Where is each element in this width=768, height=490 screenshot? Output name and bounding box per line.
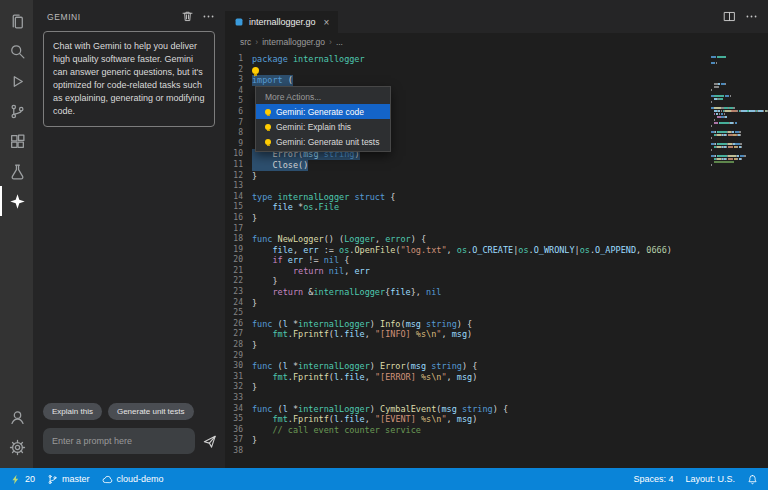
activity-item-source-control[interactable] (0, 96, 33, 126)
activity-item-account[interactable] (0, 402, 33, 432)
tab-internallogger[interactable]: internallogger.go × (225, 11, 338, 33)
code-line[interactable]: 3import ( (225, 75, 768, 86)
activity-item-explorer[interactable] (0, 6, 33, 36)
send-plane-icon[interactable] (202, 434, 217, 449)
sidebar-spacer (33, 129, 225, 403)
code-editor[interactable]: 1package internallogger23import (4567891… (225, 51, 768, 468)
code-line[interactable]: 14type internalLogger struct { (225, 192, 768, 203)
code-line[interactable]: 20 if err != nil { (225, 255, 768, 266)
quick-action-1[interactable]: Generate unit tests (108, 403, 194, 420)
activity-item-search[interactable] (0, 36, 33, 66)
trash-icon[interactable] (181, 10, 194, 23)
cloud-code-status[interactable]: 20 (4, 468, 41, 490)
line-number: 16 (225, 213, 252, 224)
line-text: } (252, 340, 257, 351)
cloud-workstation-status[interactable]: cloud-demo (96, 468, 170, 490)
line-text: } (252, 276, 278, 287)
activity-item-run[interactable] (0, 66, 33, 96)
line-number: 28 (225, 340, 252, 351)
more-icon[interactable] (745, 10, 758, 23)
code-line[interactable]: 23 return &internalLogger{file}, nil (225, 287, 768, 298)
minimap-line (711, 89, 768, 91)
code-line[interactable]: 28} (225, 340, 768, 351)
code-line[interactable]: 29 (225, 351, 768, 362)
vscode-window: GEMINI Chat with Gemini to help you deli… (0, 0, 768, 490)
activity-item-settings[interactable] (0, 432, 33, 462)
minimap-line (711, 83, 768, 85)
prompt-input[interactable] (43, 428, 195, 454)
code-line[interactable]: 32} (225, 382, 768, 393)
gemini-sidebar: GEMINI Chat with Gemini to help you deli… (33, 0, 225, 468)
lightbulb-icon[interactable] (252, 67, 259, 74)
code-line[interactable]: 1package internallogger (225, 54, 768, 65)
activity-item-testing[interactable] (0, 156, 33, 186)
activity-item-gemini-star[interactable] (0, 186, 33, 216)
breadcrumb-item[interactable]: ... (336, 37, 343, 47)
minimap-line (711, 98, 768, 100)
code-line[interactable]: 13 (225, 181, 768, 192)
lightbulb-icon (265, 124, 271, 130)
code-line[interactable]: 34func (l *internalLogger) CymbalEvent(m… (225, 404, 768, 415)
breadcrumb-item[interactable]: src (240, 37, 251, 47)
line-number: 5 (225, 96, 252, 107)
editor-actions (713, 0, 768, 33)
line-text: // call event counter service (252, 425, 421, 436)
minimap-line (711, 65, 768, 67)
git-branch-status[interactable]: master (41, 468, 96, 490)
code-line[interactable]: 19 file, err := os.OpenFile("log.txt", o… (225, 245, 768, 256)
minimap-line (711, 77, 768, 79)
code-line[interactable]: 31 fmt.Fprintf(l.file, "[ERROR] %s\n", m… (225, 372, 768, 383)
code-line[interactable]: 15 file *os.File (225, 202, 768, 213)
search-icon (9, 43, 26, 60)
code-line[interactable]: 37} (225, 435, 768, 446)
line-number: 26 (225, 319, 252, 330)
lightbulb-icon (265, 139, 271, 145)
code-line[interactable]: 18func NewLogger() (Logger, error) { (225, 234, 768, 245)
line-number: 3 (225, 75, 252, 86)
line-number: 23 (225, 287, 252, 298)
minimap-line (711, 149, 768, 151)
code-line[interactable]: 27 fmt.Fprintf(l.file, "[INFO] %s\n", ms… (225, 329, 768, 340)
code-line[interactable]: 25 (225, 308, 768, 319)
code-line[interactable]: 12} (225, 171, 768, 182)
settings-icon (9, 439, 26, 456)
code-line[interactable]: 22 } (225, 276, 768, 287)
code-line[interactable]: 17 (225, 224, 768, 235)
minimap-line (711, 80, 768, 82)
quick-action-0[interactable]: Explain this (43, 403, 102, 420)
send-icon[interactable] (202, 434, 217, 449)
breadcrumb-item[interactable]: internallogger.go (262, 37, 325, 47)
context-menu-item-0[interactable]: Gemini: Generate code (256, 104, 390, 119)
more-icon[interactable] (202, 10, 215, 23)
code-line[interactable]: 2 (225, 65, 768, 76)
spaces-status[interactable]: Spaces: 4 (627, 468, 679, 490)
line-number: 8 (225, 128, 252, 139)
line-text: Close() (252, 160, 308, 171)
code-line[interactable]: 24} (225, 298, 768, 309)
layout-status[interactable]: Layout: U.S. (679, 468, 741, 490)
minimap-line (711, 92, 768, 94)
line-number: 30 (225, 361, 252, 372)
context-menu-item-2[interactable]: Gemini: Generate unit tests (256, 134, 390, 149)
context-menu-item-1[interactable]: Gemini: Explain this (256, 119, 390, 134)
activity-item-extensions[interactable] (0, 126, 33, 156)
code-line[interactable]: 35 fmt.Fprintf(l.file, "[EVENT] %s\n", m… (225, 414, 768, 425)
menu-item-label: Gemini: Explain this (276, 122, 351, 132)
minimap-line (711, 116, 768, 118)
code-line[interactable]: 26func (l *internalLogger) Info(msg stri… (225, 319, 768, 330)
split-editor-icon[interactable] (723, 10, 736, 23)
code-line[interactable]: 30func (l *internalLogger) Error(msg str… (225, 361, 768, 372)
notifications-status[interactable] (741, 468, 764, 490)
line-number: 15 (225, 202, 252, 213)
code-line[interactable]: 36 // call event counter service (225, 425, 768, 436)
context-menu: More Actions... Gemini: Generate codeGem… (255, 86, 391, 152)
code-line[interactable]: 33 (225, 393, 768, 404)
code-line[interactable]: 38 (225, 446, 768, 457)
line-number: 9 (225, 139, 252, 150)
line-number: 34 (225, 404, 252, 415)
tab-close-icon[interactable]: × (324, 17, 330, 28)
minimap[interactable] (706, 54, 768, 468)
code-line[interactable]: 11 Close() (225, 160, 768, 171)
code-line[interactable]: 16} (225, 213, 768, 224)
code-line[interactable]: 21 return nil, err (225, 266, 768, 277)
